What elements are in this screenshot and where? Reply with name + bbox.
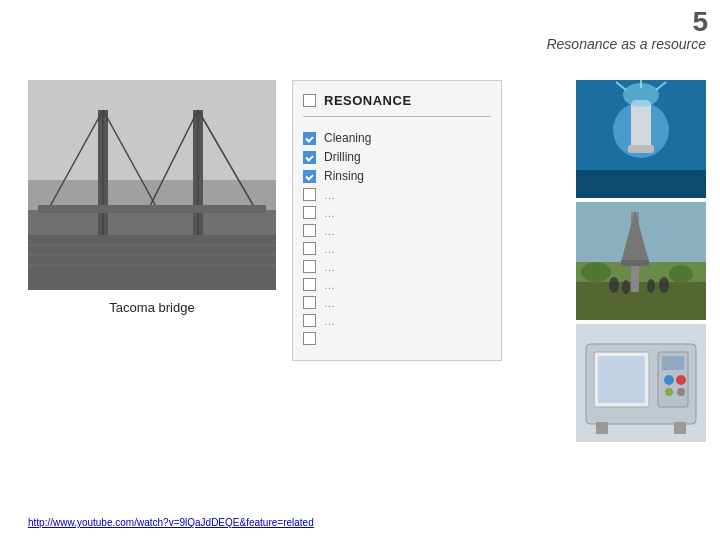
checkbox-drilling[interactable] [303,151,316,164]
checklist-item-4: … [303,188,491,201]
svg-rect-47 [596,422,608,434]
svg-rect-24 [576,170,706,198]
svg-rect-42 [662,356,684,370]
svg-rect-48 [674,422,686,434]
checkbox-8[interactable] [303,260,316,273]
label-cleaning: Cleaning [324,131,371,145]
svg-rect-30 [621,260,649,266]
svg-rect-18 [631,100,651,150]
svg-point-36 [669,265,693,283]
cleaning-image [576,80,706,198]
label-4: … [324,189,335,201]
slide-title: Resonance as a resource [546,36,706,52]
right-images-column [576,80,706,442]
label-6: … [324,225,335,237]
svg-point-44 [676,375,686,385]
checklist-item-10: … [303,296,491,309]
svg-rect-27 [576,282,706,320]
label-rinsing: Rinsing [324,169,364,183]
checklist-item-drilling: Drilling [303,150,491,164]
resonance-panel: RESONANCE Cleaning Drilling Rinsing … … … [292,80,502,361]
checkbox-5[interactable] [303,206,316,219]
svg-point-35 [581,262,611,282]
checkbox-cleaning[interactable] [303,132,316,145]
checkbox-rinsing[interactable] [303,170,316,183]
checklist-item-11: … [303,314,491,327]
label-8: … [324,261,335,273]
slide-number: 5 [692,6,708,38]
checklist-item-12 [303,332,491,345]
label-10: … [324,297,335,309]
label-drilling: Drilling [324,150,361,164]
label-11: … [324,315,335,327]
tacoma-bridge-image [28,80,276,290]
svg-point-31 [609,277,619,293]
youtube-link[interactable]: http://www.youtube.com/watch?v=9lQaJdDEQ… [28,517,314,528]
svg-point-45 [665,388,673,396]
checklist-item-6: … [303,224,491,237]
label-9: … [324,279,335,291]
label-5: … [324,207,335,219]
svg-rect-40 [598,356,645,403]
checkbox-12[interactable] [303,332,316,345]
svg-rect-11 [38,205,266,213]
drilling-image [576,202,706,320]
checklist-item-8: … [303,260,491,273]
svg-rect-12 [28,235,276,290]
svg-rect-19 [628,145,654,153]
checkbox-11[interactable] [303,314,316,327]
tacoma-bridge-label: Tacoma bridge [28,300,276,315]
checkbox-6[interactable] [303,224,316,237]
checkbox-4[interactable] [303,188,316,201]
checklist-item-9: … [303,278,491,291]
checklist-item-rinsing: Rinsing [303,169,491,183]
checkbox-9[interactable] [303,278,316,291]
panel-header-label: RESONANCE [324,93,412,108]
svg-rect-1 [28,80,276,180]
svg-point-34 [659,277,669,293]
checklist-item-cleaning: Cleaning [303,131,491,145]
checkbox-10[interactable] [303,296,316,309]
rinsing-machine-image [576,324,706,442]
checklist-item-5: … [303,206,491,219]
checkbox-7[interactable] [303,242,316,255]
panel-header-checkbox[interactable] [303,94,316,107]
svg-point-32 [622,280,630,294]
svg-point-33 [647,279,655,293]
svg-point-46 [677,388,685,396]
checklist-item-7: … [303,242,491,255]
svg-point-43 [664,375,674,385]
panel-header: RESONANCE [303,93,491,117]
label-7: … [324,243,335,255]
